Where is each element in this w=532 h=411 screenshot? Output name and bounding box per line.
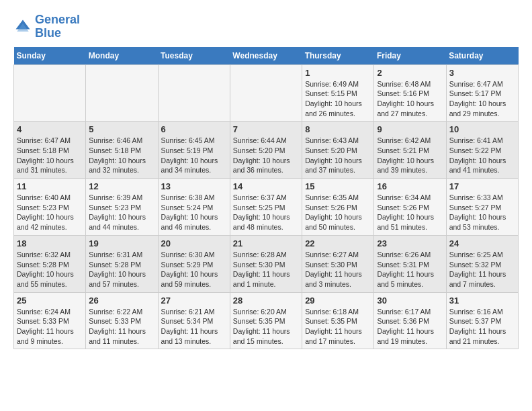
- day-number: 22: [305, 238, 371, 248]
- day-cell: 25Sunrise: 6:24 AMSunset: 5:33 PMDayligh…: [14, 292, 86, 349]
- day-cell: 9Sunrise: 6:42 AMSunset: 5:21 PMDaylight…: [374, 122, 446, 179]
- day-number: 13: [161, 181, 227, 191]
- day-info: Sunrise: 6:39 AMSunset: 5:23 PMDaylight:…: [89, 193, 154, 232]
- day-cell: 21Sunrise: 6:28 AMSunset: 5:30 PMDayligh…: [230, 235, 302, 292]
- day-number: 23: [377, 238, 443, 248]
- day-info: Sunrise: 6:24 AMSunset: 5:33 PMDaylight:…: [17, 307, 83, 347]
- day-number: 21: [233, 238, 299, 248]
- header-cell-friday: Friday: [374, 47, 446, 65]
- day-info: Sunrise: 6:27 AMSunset: 5:30 PMDaylight:…: [305, 250, 371, 289]
- day-number: 14: [233, 181, 299, 191]
- week-row-3: 11Sunrise: 6:40 AMSunset: 5:23 PMDayligh…: [14, 179, 519, 236]
- day-info: Sunrise: 6:37 AMSunset: 5:25 PMDaylight:…: [233, 193, 299, 232]
- day-info: Sunrise: 6:22 AMSunset: 5:33 PMDaylight:…: [89, 307, 154, 347]
- day-number: 8: [305, 124, 371, 134]
- day-cell: 8Sunrise: 6:43 AMSunset: 5:20 PMDaylight…: [302, 122, 374, 179]
- day-info: Sunrise: 6:43 AMSunset: 5:20 PMDaylight:…: [305, 136, 371, 175]
- day-info: Sunrise: 6:25 AMSunset: 5:32 PMDaylight:…: [449, 250, 515, 289]
- day-info: Sunrise: 6:40 AMSunset: 5:23 PMDaylight:…: [17, 193, 83, 232]
- logo-text: General Blue: [35, 13, 80, 40]
- week-row-4: 18Sunrise: 6:32 AMSunset: 5:28 PMDayligh…: [14, 235, 519, 292]
- day-cell: 27Sunrise: 6:21 AMSunset: 5:34 PMDayligh…: [158, 292, 230, 349]
- day-info: Sunrise: 6:21 AMSunset: 5:34 PMDaylight:…: [161, 307, 227, 347]
- day-info: Sunrise: 6:16 AMSunset: 5:37 PMDaylight:…: [449, 307, 515, 347]
- day-cell: 5Sunrise: 6:46 AMSunset: 5:18 PMDaylight…: [86, 122, 158, 179]
- day-info: Sunrise: 6:49 AMSunset: 5:15 PMDaylight:…: [305, 79, 371, 119]
- day-cell: 22Sunrise: 6:27 AMSunset: 5:30 PMDayligh…: [302, 235, 374, 292]
- week-row-2: 4Sunrise: 6:47 AMSunset: 5:18 PMDaylight…: [14, 122, 519, 179]
- page-header: General Blue: [13, 13, 519, 40]
- day-cell: 28Sunrise: 6:20 AMSunset: 5:35 PMDayligh…: [230, 292, 302, 349]
- day-number: 24: [449, 238, 515, 248]
- day-info: Sunrise: 6:26 AMSunset: 5:31 PMDaylight:…: [377, 250, 443, 289]
- day-number: 1: [305, 68, 371, 78]
- day-cell: 23Sunrise: 6:26 AMSunset: 5:31 PMDayligh…: [374, 235, 446, 292]
- calendar-body: 1Sunrise: 6:49 AMSunset: 5:15 PMDaylight…: [14, 64, 519, 349]
- day-number: 12: [89, 181, 154, 191]
- day-number: 27: [161, 295, 227, 306]
- day-info: Sunrise: 6:18 AMSunset: 5:35 PMDaylight:…: [305, 307, 371, 347]
- day-cell: 3Sunrise: 6:47 AMSunset: 5:17 PMDaylight…: [446, 64, 518, 122]
- day-info: Sunrise: 6:48 AMSunset: 5:16 PMDaylight:…: [377, 79, 443, 119]
- day-cell: 30Sunrise: 6:17 AMSunset: 5:36 PMDayligh…: [374, 292, 446, 349]
- header-cell-monday: Monday: [86, 47, 158, 65]
- day-cell: 14Sunrise: 6:37 AMSunset: 5:25 PMDayligh…: [230, 179, 302, 236]
- day-info: Sunrise: 6:44 AMSunset: 5:20 PMDaylight:…: [233, 136, 299, 175]
- day-info: Sunrise: 6:42 AMSunset: 5:21 PMDaylight:…: [377, 136, 443, 175]
- week-row-1: 1Sunrise: 6:49 AMSunset: 5:15 PMDaylight…: [14, 64, 519, 122]
- day-cell: [158, 64, 230, 122]
- day-number: 10: [449, 124, 515, 134]
- logo: General Blue: [13, 13, 80, 40]
- day-info: Sunrise: 6:31 AMSunset: 5:28 PMDaylight:…: [89, 250, 154, 289]
- day-info: Sunrise: 6:45 AMSunset: 5:19 PMDaylight:…: [161, 136, 227, 175]
- header-cell-tuesday: Tuesday: [158, 47, 230, 65]
- day-number: 19: [89, 238, 154, 248]
- day-number: 17: [449, 181, 515, 191]
- day-cell: 2Sunrise: 6:48 AMSunset: 5:16 PMDaylight…: [374, 64, 446, 122]
- day-cell: 29Sunrise: 6:18 AMSunset: 5:35 PMDayligh…: [302, 292, 374, 349]
- day-cell: 26Sunrise: 6:22 AMSunset: 5:33 PMDayligh…: [86, 292, 158, 349]
- day-number: 2: [377, 68, 443, 78]
- day-number: 30: [377, 295, 443, 306]
- day-number: 4: [17, 124, 83, 134]
- day-number: 3: [449, 68, 515, 78]
- day-number: 6: [161, 124, 227, 134]
- day-info: Sunrise: 6:38 AMSunset: 5:24 PMDaylight:…: [161, 193, 227, 232]
- day-number: 16: [377, 181, 443, 191]
- day-info: Sunrise: 6:28 AMSunset: 5:30 PMDaylight:…: [233, 250, 299, 289]
- day-cell: 31Sunrise: 6:16 AMSunset: 5:37 PMDayligh…: [446, 292, 518, 349]
- header-cell-thursday: Thursday: [302, 47, 374, 65]
- day-cell: 6Sunrise: 6:45 AMSunset: 5:19 PMDaylight…: [158, 122, 230, 179]
- day-number: 25: [17, 295, 83, 306]
- day-cell: 1Sunrise: 6:49 AMSunset: 5:15 PMDaylight…: [302, 64, 374, 122]
- day-cell: [230, 64, 302, 122]
- day-info: Sunrise: 6:33 AMSunset: 5:27 PMDaylight:…: [449, 193, 515, 232]
- day-cell: 7Sunrise: 6:44 AMSunset: 5:20 PMDaylight…: [230, 122, 302, 179]
- day-number: 28: [233, 295, 299, 306]
- day-cell: 13Sunrise: 6:38 AMSunset: 5:24 PMDayligh…: [158, 179, 230, 236]
- day-info: Sunrise: 6:32 AMSunset: 5:28 PMDaylight:…: [17, 250, 83, 289]
- day-number: 31: [449, 295, 515, 306]
- week-row-5: 25Sunrise: 6:24 AMSunset: 5:33 PMDayligh…: [14, 292, 519, 349]
- day-cell: 16Sunrise: 6:34 AMSunset: 5:26 PMDayligh…: [374, 179, 446, 236]
- day-cell: 17Sunrise: 6:33 AMSunset: 5:27 PMDayligh…: [446, 179, 518, 236]
- calendar-header: SundayMondayTuesdayWednesdayThursdayFrid…: [14, 47, 519, 65]
- header-cell-saturday: Saturday: [446, 47, 518, 65]
- day-cell: 11Sunrise: 6:40 AMSunset: 5:23 PMDayligh…: [14, 179, 86, 236]
- logo-icon: [13, 17, 32, 36]
- day-info: Sunrise: 6:41 AMSunset: 5:22 PMDaylight:…: [449, 136, 515, 175]
- day-number: 11: [17, 181, 83, 191]
- day-number: 15: [305, 181, 371, 191]
- day-info: Sunrise: 6:20 AMSunset: 5:35 PMDaylight:…: [233, 307, 299, 347]
- header-row: SundayMondayTuesdayWednesdayThursdayFrid…: [14, 47, 519, 65]
- day-cell: 24Sunrise: 6:25 AMSunset: 5:32 PMDayligh…: [446, 235, 518, 292]
- day-cell: 18Sunrise: 6:32 AMSunset: 5:28 PMDayligh…: [14, 235, 86, 292]
- day-cell: [14, 64, 86, 122]
- day-cell: [86, 64, 158, 122]
- day-info: Sunrise: 6:47 AMSunset: 5:18 PMDaylight:…: [17, 136, 83, 175]
- day-info: Sunrise: 6:35 AMSunset: 5:26 PMDaylight:…: [305, 193, 371, 232]
- day-info: Sunrise: 6:17 AMSunset: 5:36 PMDaylight:…: [377, 307, 443, 347]
- day-number: 9: [377, 124, 443, 134]
- day-info: Sunrise: 6:34 AMSunset: 5:26 PMDaylight:…: [377, 193, 443, 232]
- day-cell: 15Sunrise: 6:35 AMSunset: 5:26 PMDayligh…: [302, 179, 374, 236]
